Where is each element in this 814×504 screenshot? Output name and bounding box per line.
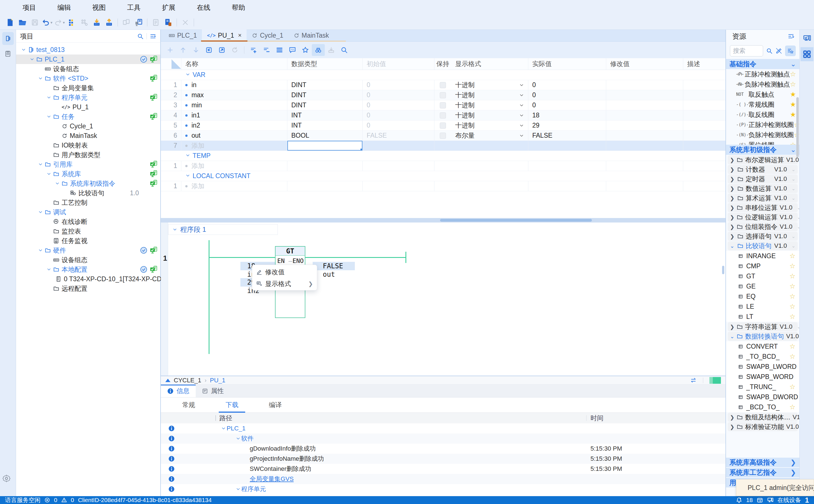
chevron-down-icon[interactable]: [221, 426, 227, 431]
edit-instruction-icon[interactable]: [776, 47, 782, 54]
tree-item--[interactable]: 任务: [16, 112, 160, 121]
comment-icon[interactable]: [286, 44, 299, 56]
instruction-folder-8[interactable]: ❯选择语句V1.0⌄: [728, 232, 798, 241]
chevron-down-icon[interactable]: [185, 71, 190, 79]
info-node-link[interactable]: 程序单元: [241, 485, 266, 493]
chevron-down-icon[interactable]: [54, 181, 60, 186]
download-box-icon[interactable]: [325, 44, 338, 56]
instruction-folder-26[interactable]: ❯数组及结构体…V1.0⌄: [728, 413, 798, 422]
instruction-folder-1[interactable]: ❯计数器V1.0⌄: [728, 165, 798, 174]
info-node-link[interactable]: 软件: [241, 434, 254, 443]
chevron-down-icon[interactable]: ⌄: [730, 243, 735, 249]
description-cell[interactable]: [683, 131, 726, 140]
export-icon[interactable]: [216, 44, 228, 56]
tree-item--[interactable]: 硬件: [16, 246, 160, 255]
select-all-corner[interactable]: [171, 59, 181, 69]
modify-value-cell[interactable]: [606, 110, 683, 120]
chevron-right-icon[interactable]: ❯: [730, 324, 734, 330]
initial-value[interactable]: 0: [367, 91, 370, 99]
instruction-swapb_dword[interactable]: SWAPB_DWORD☆: [726, 392, 799, 402]
redo-icon[interactable]: ▾: [53, 17, 66, 28]
instruction-1[interactable]: ⊣P⊢正脉冲检测触点☆: [726, 69, 799, 79]
instruction-ge[interactable]: GE☆: [726, 281, 799, 291]
online-device-icon[interactable]: [767, 497, 774, 503]
blocks-view-icon[interactable]: [801, 47, 813, 61]
favorite-star-icon[interactable]: ★: [790, 90, 796, 98]
chevron-down-icon[interactable]: [46, 267, 52, 272]
description-cell[interactable]: [683, 90, 726, 100]
format-dropdown-icon[interactable]: [519, 133, 524, 138]
retain-checkbox[interactable]: [440, 102, 446, 108]
chevron-right-icon[interactable]: ❯: [730, 233, 735, 240]
retain-checkbox[interactable]: [440, 92, 446, 98]
chevron-right-icon[interactable]: ❯: [730, 214, 734, 221]
instruction-folder-5[interactable]: ❯串移位运算V1.0⌄: [728, 203, 798, 212]
tree-item--[interactable]: 引用库: [16, 160, 160, 169]
instruction-folder-17[interactable]: ❯字符串运算V1.0⌄: [728, 322, 798, 331]
favorite-star-icon[interactable]: ☆: [789, 292, 795, 300]
arrow-down-icon[interactable]: [189, 44, 202, 56]
chevron-right-icon[interactable]: ❯: [730, 224, 734, 230]
modify-value-cell[interactable]: [606, 90, 683, 100]
tree-item--[interactable]: 比较语句1.0: [16, 188, 160, 198]
tree-item--[interactable]: 任务监视: [16, 236, 160, 246]
retain-checkbox[interactable]: [440, 122, 446, 129]
chevron-right-icon[interactable]: ❯: [730, 195, 735, 201]
editor-tab-plc_1[interactable]: PLC_1: [164, 29, 202, 41]
section-2[interactable]: 系统库工艺指令❯: [726, 468, 799, 477]
instruction-folder-6[interactable]: ❯位逻辑运算V1.0⌄: [728, 213, 798, 222]
clipboard-icon[interactable]: [2, 47, 14, 60]
search-icon[interactable]: [766, 47, 773, 54]
operand-out-value[interactable]: FALSE: [313, 262, 355, 270]
add-row-icon[interactable]: [247, 44, 260, 56]
compile-icon[interactable]: [66, 17, 78, 28]
refresh-icon[interactable]: [228, 44, 241, 56]
instruction-folder-0[interactable]: ❯布尔逻辑运算V1.0⌄: [728, 155, 798, 164]
tree-item-test_0813[interactable]: test_0813: [16, 45, 160, 55]
instruction-6[interactable]: -(P)-正脉冲检测线圈☆: [726, 120, 799, 130]
compile-all-icon[interactable]: [78, 17, 90, 28]
favorite-star-icon[interactable]: ☆: [789, 272, 795, 280]
retain-checkbox[interactable]: [440, 112, 446, 119]
chevron-down-icon[interactable]: [185, 152, 190, 160]
instruction-folder-27[interactable]: ❯标准验证功能V1.0⌄: [728, 422, 798, 431]
connect-device-icon[interactable]: [132, 17, 145, 28]
compare-icon[interactable]: [120, 17, 132, 28]
instruction-cmp[interactable]: CMP☆: [726, 261, 799, 271]
tree-item--[interactable]: 监控表: [16, 226, 160, 236]
variable-row-in1[interactable]: 4in1INT0十进制18: [161, 110, 726, 121]
initial-value[interactable]: FALSE: [367, 132, 387, 139]
simulate-icon[interactable]: [149, 17, 162, 28]
tree-item--[interactable]: 系统库: [16, 169, 160, 179]
info-row[interactable]: 全局变量集GVS: [161, 474, 726, 484]
settings-gear-icon[interactable]: [2, 474, 11, 483]
output-tab-properties[interactable]: 属性: [196, 385, 230, 397]
tree-item-cycle_1[interactable]: Cycle_1: [16, 121, 160, 131]
project-search-icon[interactable]: [137, 33, 144, 40]
modify-value-cell[interactable]: [606, 141, 683, 151]
magnifier-icon[interactable]: [338, 44, 351, 56]
rows-icon[interactable]: [273, 44, 286, 56]
instruction-folder-7[interactable]: ❯位组装指令V1.0⌄: [728, 222, 798, 231]
variable-row-add[interactable]: 1添加: [161, 181, 726, 191]
description-cell[interactable]: [683, 161, 726, 171]
chevron-down-icon[interactable]: [37, 210, 44, 215]
tree-item--[interactable]: 远程配置: [16, 284, 160, 293]
modify-value-cell[interactable]: [606, 131, 683, 140]
format-dropdown-icon[interactable]: [519, 103, 524, 108]
chevron-down-icon[interactable]: [235, 436, 241, 441]
chevron-down-icon[interactable]: [37, 162, 44, 167]
initial-value[interactable]: 0: [367, 112, 370, 119]
star-icon[interactable]: [299, 44, 312, 56]
tree-item-pu_1[interactable]: </>PU_1: [16, 102, 160, 112]
menu-item-4[interactable]: 工具: [127, 3, 140, 12]
instruction-le[interactable]: LE☆: [726, 301, 799, 312]
download-icon[interactable]: [90, 17, 103, 28]
chevron-down-icon[interactable]: [21, 47, 27, 52]
editor-tab-maintask[interactable]: MainTask: [289, 29, 334, 41]
favorite-star-icon[interactable]: ☆: [789, 252, 795, 260]
variable-row-max[interactable]: 2maxDINT0十进制0: [161, 90, 726, 100]
network-header[interactable]: 程序段 1: [168, 224, 278, 235]
section-primary-instructions[interactable]: 系统库初级指令 ⌄: [726, 145, 799, 155]
instruction-_trunc_[interactable]: _TRUNC_☆: [726, 382, 799, 392]
